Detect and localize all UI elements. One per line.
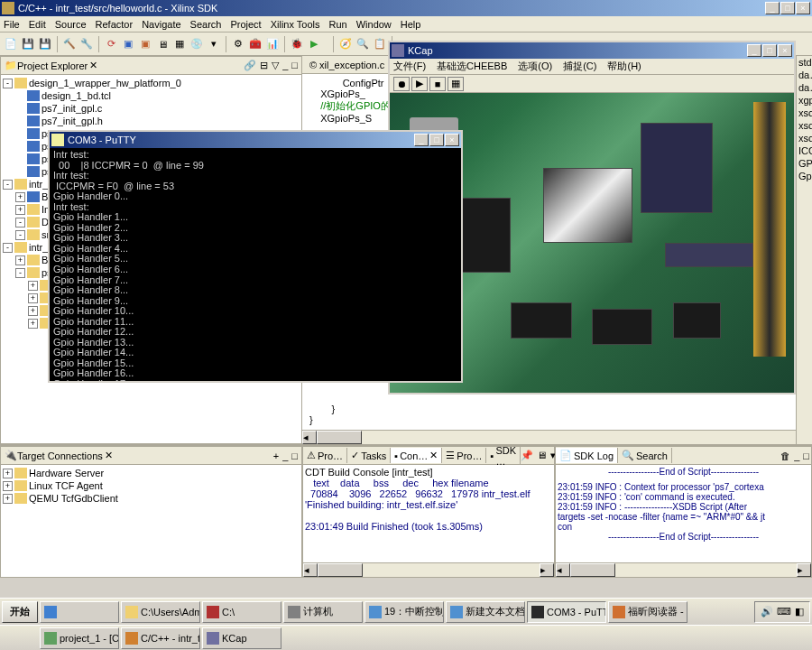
ext-tool-icon[interactable]: 🧭 — [338, 37, 353, 51]
box2-icon[interactable]: ▣ — [138, 37, 152, 51]
outline-item[interactable]: xsc — [797, 119, 812, 132]
clear-icon[interactable]: 🗑 — [780, 450, 790, 461]
chip-icon[interactable]: ▦ — [172, 37, 187, 51]
pin-icon[interactable]: 📌 — [521, 450, 533, 461]
outline-item[interactable]: GPIO — [797, 157, 812, 170]
build-icon[interactable]: 🔨 — [62, 37, 77, 51]
minimize-view-icon[interactable]: _ — [282, 450, 288, 461]
link-icon[interactable]: 🔗 — [244, 60, 256, 71]
start-button[interactable]: 开始 — [2, 601, 38, 623]
tree-toggle-icon[interactable]: + — [15, 192, 25, 202]
bug-icon[interactable]: 🐞 — [290, 37, 304, 51]
tree-toggle-icon[interactable]: - — [15, 268, 25, 278]
menu-file[interactable]: File — [4, 19, 20, 30]
sdk-log-content[interactable]: -----------------End of Script----------… — [556, 465, 811, 562]
kcap-play-button[interactable]: ▶ — [411, 77, 428, 91]
tree-toggle-icon[interactable]: + — [3, 481, 13, 491]
editor-scrollbar[interactable]: ◂▸ — [302, 430, 812, 444]
tray-icon[interactable]: ⌨ — [777, 606, 791, 618]
save-all-icon[interactable]: 💾 — [38, 37, 52, 51]
kcap-menu-file[interactable]: 文件(F) — [393, 60, 426, 73]
kcap-menu-capture[interactable]: 捕捉(C) — [563, 60, 596, 73]
taskbar-item[interactable]: C:\ — [202, 601, 281, 623]
tree-toggle-icon[interactable]: - — [15, 230, 25, 240]
menu-help[interactable]: Help — [401, 19, 421, 30]
tree-toggle-icon[interactable]: + — [28, 319, 38, 329]
kcap-stop-button[interactable]: ■ — [429, 77, 446, 91]
minimize-button[interactable]: _ — [765, 2, 780, 14]
minimize-view-icon[interactable]: _ — [794, 450, 799, 461]
taskbar-item[interactable]: COM3 - PuTTY — [527, 601, 606, 623]
console-tab[interactable]: ▪Con…✕ — [391, 448, 442, 463]
editor-tab[interactable]: © xil_exception.c — [302, 58, 392, 72]
outline-strip[interactable]: stdda…da…xgpxscxscxscICCGPIOGpio — [796, 56, 812, 444]
taskbar-item[interactable] — [40, 601, 119, 623]
tree-toggle-icon[interactable]: - — [3, 180, 13, 190]
toolbox-icon[interactable]: 🧰 — [248, 37, 263, 51]
kcap-record-button[interactable]: ⏺ — [393, 77, 410, 91]
tray-icon[interactable]: 🔊 — [761, 606, 773, 618]
disk-icon[interactable]: 💿 — [189, 37, 204, 51]
putty-titlebar[interactable]: COM3 - PuTTY _ □ × — [50, 132, 461, 148]
tree-item[interactable]: +QEMU TcfGdbClient — [3, 492, 300, 505]
putty-terminal[interactable]: Intr test: 00 |8 ICCPMR = 0 @ line = 99I… — [50, 148, 461, 381]
close-button[interactable]: × — [796, 2, 810, 14]
sdk-log-tab[interactable]: 📄SDK Log — [556, 448, 618, 463]
display-icon[interactable]: 🖥 — [537, 450, 547, 461]
menu-run[interactable]: Run — [329, 19, 347, 30]
console-content[interactable]: CDT Build Console [intr_test] text data … — [303, 465, 554, 562]
project-explorer-tab[interactable]: 📁 Project Explorer ✕ 🔗 ⊟ ▽ _ □ — [1, 57, 301, 75]
kcap-titlebar[interactable]: KCap _ □ × — [390, 42, 794, 59]
collapse-icon[interactable]: ⊟ — [260, 60, 268, 71]
search-icon[interactable]: 🔍 — [355, 37, 370, 51]
tree-toggle-icon[interactable]: + — [3, 469, 13, 478]
monitor-icon[interactable]: 🖥 — [155, 37, 170, 51]
tree-item[interactable]: -design_1_wrapper_hw_platform_0 — [3, 77, 300, 89]
menu-refactor[interactable]: Refactor — [96, 19, 134, 30]
system-tray[interactable]: 🔊 ⌨ ◧ — [754, 601, 810, 623]
kcap-menu-options[interactable]: 选项(O) — [518, 60, 552, 73]
taskbar-item[interactable]: KCap — [202, 627, 281, 649]
problems-tab[interactable]: ⚠Pro… — [303, 448, 347, 463]
maximize-view-icon[interactable]: □ — [291, 60, 298, 71]
chart-icon[interactable]: 📊 — [265, 37, 280, 51]
tree-toggle-icon[interactable]: - — [3, 243, 13, 253]
refresh-icon[interactable]: ⟳ — [104, 37, 118, 51]
outline-item[interactable]: da… — [797, 69, 812, 81]
menu-edit[interactable]: Edit — [29, 19, 46, 30]
kcap-settings-button[interactable]: ▦ — [448, 77, 464, 91]
tree-toggle-icon[interactable]: + — [28, 293, 38, 303]
outline-item[interactable]: std — [797, 56, 812, 69]
tree-toggle-icon[interactable]: + — [15, 205, 25, 215]
save-icon[interactable]: 💾 — [21, 37, 35, 51]
tree-toggle-icon[interactable]: - — [3, 79, 13, 88]
new-icon[interactable]: 📄 — [4, 37, 18, 51]
taskbar-item[interactable]: C/C++ - intr_tes… — [121, 627, 200, 649]
wrench-icon[interactable]: 🔧 — [79, 37, 94, 51]
tree-item[interactable]: +Linux TCF Agent — [3, 479, 300, 492]
run-icon[interactable]: ▶ — [307, 37, 321, 51]
outline-item[interactable]: xsc — [797, 132, 812, 144]
outline-item[interactable]: ICC — [797, 144, 812, 157]
box-icon[interactable]: ▣ — [121, 37, 135, 51]
tree-toggle-icon[interactable]: + — [28, 281, 38, 291]
sdklog-scrollbar[interactable]: ◂▸ — [556, 562, 811, 577]
menu-window[interactable]: Window — [356, 19, 392, 30]
putty-maximize-button[interactable]: □ — [429, 134, 444, 146]
console-scrollbar[interactable]: ◂▸ — [303, 562, 554, 577]
kcap-close-button[interactable]: × — [778, 44, 792, 57]
gear-icon[interactable]: ⚙ — [231, 37, 245, 51]
target-connections-tab[interactable]: 🔌 Target Connections ✕ + _ □ — [1, 447, 301, 465]
taskbar-item[interactable]: project_1 - [C:/… — [40, 627, 119, 649]
putty-minimize-button[interactable]: _ — [414, 134, 429, 146]
add-icon[interactable]: + — [273, 450, 279, 461]
outline-item[interactable]: Gpio — [797, 170, 812, 182]
taskbar-item[interactable]: 福昕阅读器 - … — [608, 601, 687, 623]
tree-item[interactable]: ps7_init_gpl.c — [3, 102, 300, 115]
tree-toggle-icon[interactable]: - — [15, 218, 25, 228]
properties-tab[interactable]: ☰Pro… — [442, 448, 486, 463]
menu-project[interactable]: Project — [230, 19, 261, 30]
dropdown-icon[interactable]: ▾ — [207, 37, 221, 51]
filter-icon[interactable]: ▽ — [272, 60, 279, 71]
tasks-tab[interactable]: ✓Tasks — [347, 448, 391, 463]
